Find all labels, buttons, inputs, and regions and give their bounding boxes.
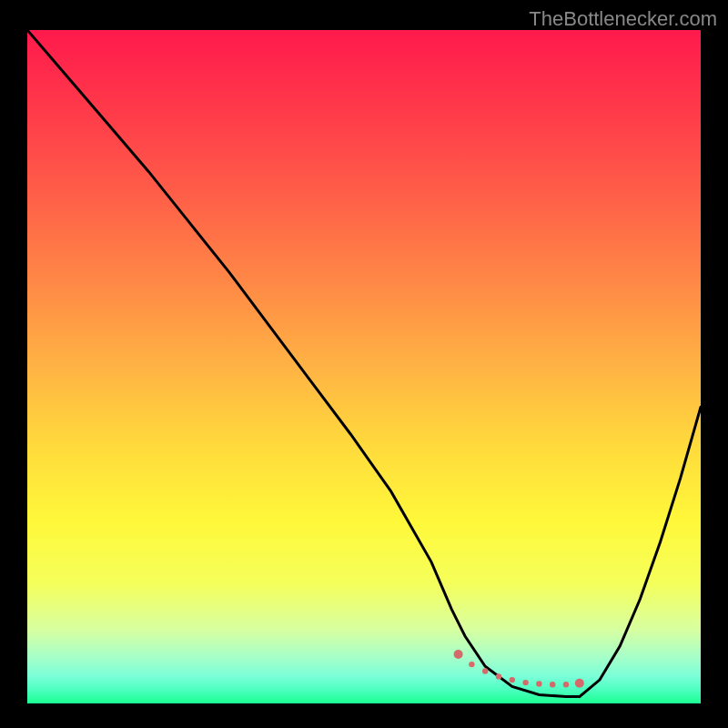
chart-plot-area <box>27 30 701 703</box>
attribution-text: TheBottlenecker.com <box>529 7 717 31</box>
bottleneck-gradient-background <box>27 30 701 703</box>
